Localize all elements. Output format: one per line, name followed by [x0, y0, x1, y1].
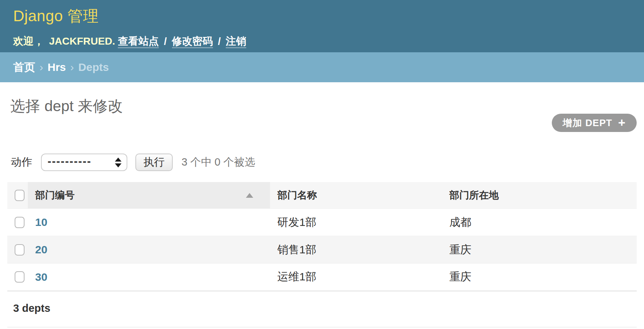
breadcrumb-current: Depts	[78, 61, 109, 73]
select-all-header	[7, 182, 28, 209]
action-counter: 3 个中 0 个被选	[181, 155, 255, 170]
breadcrumb-separator: ›	[40, 61, 43, 73]
app-header: Django 管理 欢迎，JACKFRUED. 查看站点 / 修改密码 / 注销	[0, 0, 644, 52]
action-select[interactable]: ----------	[41, 154, 127, 171]
action-select-value: ----------	[48, 155, 91, 167]
dept-no-cell: 30	[28, 264, 270, 291]
paginator: 3 depts	[7, 291, 637, 328]
dept-location-cell: 重庆	[442, 236, 637, 264]
table-row: 30 运维1部 重庆	[7, 264, 637, 291]
user-tools: 欢迎，JACKFRUED. 查看站点 / 修改密码 / 注销	[13, 34, 631, 48]
sort-ascending-icon[interactable]	[246, 193, 253, 198]
breadcrumb: 首页 › Hrs › Depts	[0, 52, 644, 82]
row-checkbox-cell	[7, 209, 28, 236]
row-checkbox-cell	[7, 264, 28, 291]
dept-no-link[interactable]: 10	[35, 216, 47, 228]
add-dept-button[interactable]: 增加 DEPT +	[552, 114, 637, 132]
breadcrumb-separator: ›	[70, 61, 74, 73]
column-header-dept-no[interactable]: 部门编号	[28, 182, 270, 209]
main-content: 选择 dept 来修改 增加 DEPT + 动作 ---------- 执行 3…	[0, 96, 644, 328]
username: JACKFRUED.	[49, 35, 115, 47]
row-checkbox[interactable]	[15, 244, 25, 256]
breadcrumb-home-link[interactable]: 首页	[13, 60, 35, 75]
column-header-dept-location[interactable]: 部门所在地	[442, 182, 637, 209]
actions-bar: 动作 ---------- 执行 3 个中 0 个被选	[11, 154, 637, 171]
go-button[interactable]: 执行	[135, 154, 173, 171]
page-title: 选择 dept 来修改	[10, 96, 637, 116]
add-dept-label: 增加 DEPT	[563, 117, 613, 129]
dept-location-cell: 重庆	[442, 264, 637, 291]
dept-name-cell: 研发1部	[270, 209, 442, 236]
select-all-checkbox[interactable]	[15, 190, 25, 201]
select-spinner-icon	[115, 158, 121, 167]
object-tools: 增加 DEPT +	[552, 114, 637, 132]
breadcrumb-app-link[interactable]: Hrs	[48, 61, 66, 73]
dept-no-link[interactable]: 20	[35, 243, 47, 256]
dept-name-cell: 销售1部	[270, 236, 442, 264]
row-checkbox[interactable]	[15, 271, 25, 283]
dept-no-cell: 10	[28, 209, 270, 236]
table-header-row: 部门编号 部门名称 部门所在地	[7, 182, 637, 209]
dept-name-cell: 运维1部	[270, 264, 442, 291]
column-header-dept-name[interactable]: 部门名称	[270, 182, 442, 209]
link-separator: /	[218, 35, 221, 47]
table-row: 10 研发1部 成都	[7, 209, 637, 236]
dept-no-cell: 20	[28, 236, 270, 264]
table-row: 20 销售1部 重庆	[7, 236, 637, 264]
column-header-label: 部门编号	[35, 189, 75, 202]
dept-table: 部门编号 部门名称 部门所在地 10 研发1部 成都 20	[7, 182, 637, 291]
link-separator: /	[164, 35, 167, 47]
row-checkbox[interactable]	[15, 217, 25, 228]
dept-location-cell: 成都	[442, 209, 637, 236]
change-password-link[interactable]: 修改密码	[172, 35, 213, 48]
site-branding[interactable]: Django 管理	[13, 6, 631, 26]
row-checkbox-cell	[7, 236, 28, 264]
welcome-text: 欢迎，	[13, 35, 44, 47]
view-site-link[interactable]: 查看站点	[118, 35, 159, 48]
actions-label: 动作	[11, 155, 32, 170]
dept-no-link[interactable]: 30	[35, 271, 47, 283]
plus-icon: +	[618, 116, 626, 129]
logout-link[interactable]: 注销	[226, 35, 246, 48]
